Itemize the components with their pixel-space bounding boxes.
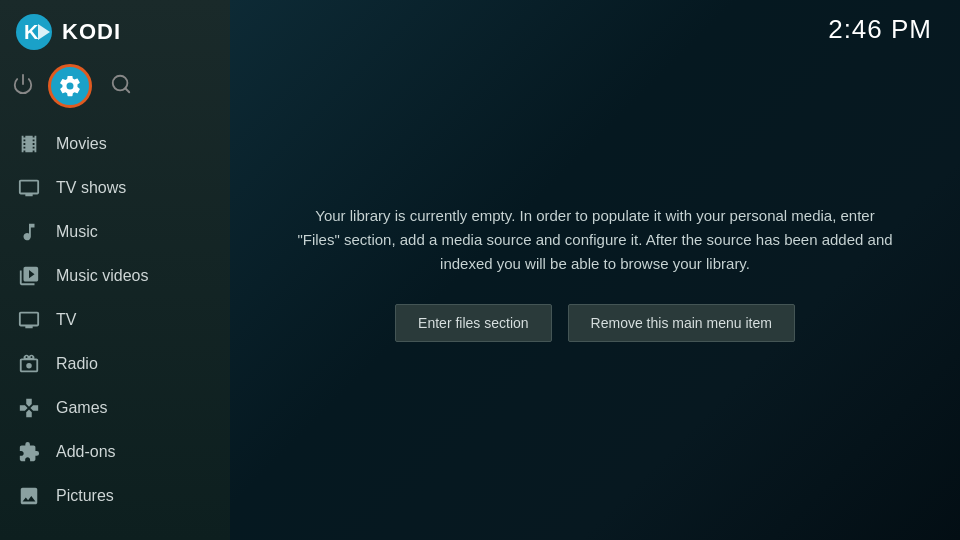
sidebar-header: K KODI	[0, 0, 230, 60]
sidebar-item-movies[interactable]: Movies	[0, 122, 230, 166]
movies-icon	[18, 133, 40, 155]
sidebar-icons-row	[0, 60, 230, 120]
pictures-icon	[18, 485, 40, 507]
sidebar-item-radio[interactable]: Radio	[0, 342, 230, 386]
sidebar-item-musicvideos-label: Music videos	[56, 267, 148, 285]
sidebar-item-musicvideos[interactable]: Music videos	[0, 254, 230, 298]
games-icon	[18, 397, 40, 419]
sidebar-nav: Movies TV shows Music Music videos TV	[0, 122, 230, 518]
sidebar: K KODI	[0, 0, 230, 540]
main-content: 2:46 PM Your library is currently empty.…	[230, 0, 960, 540]
sidebar-item-pictures-label: Pictures	[56, 487, 114, 505]
sidebar-item-addons[interactable]: Add-ons	[0, 430, 230, 474]
kodi-logo-icon: K	[16, 14, 52, 50]
power-icon[interactable]	[12, 73, 34, 100]
clock-display: 2:46 PM	[828, 14, 932, 45]
svg-line-5	[125, 88, 129, 92]
sidebar-item-games[interactable]: Games	[0, 386, 230, 430]
sidebar-item-tvshows-label: TV shows	[56, 179, 126, 197]
action-buttons: Enter files section Remove this main men…	[395, 304, 795, 342]
musicvideos-icon	[18, 265, 40, 287]
sidebar-item-tvshows[interactable]: TV shows	[0, 166, 230, 210]
sidebar-item-music-label: Music	[56, 223, 98, 241]
sidebar-item-pictures[interactable]: Pictures	[0, 474, 230, 518]
top-bar: 2:46 PM	[230, 0, 960, 45]
empty-library-message: Your library is currently empty. In orde…	[295, 204, 895, 276]
svg-text:K: K	[24, 21, 39, 43]
app-title: KODI	[62, 19, 121, 45]
sidebar-item-tv-label: TV	[56, 311, 76, 329]
remove-main-menu-item-button[interactable]: Remove this main menu item	[568, 304, 795, 342]
gear-icon	[58, 74, 82, 98]
sidebar-item-movies-label: Movies	[56, 135, 107, 153]
radio-icon	[18, 353, 40, 375]
empty-library-area: Your library is currently empty. In orde…	[230, 45, 960, 540]
sidebar-item-addons-label: Add-ons	[56, 443, 116, 461]
svg-point-6	[26, 363, 32, 369]
tv-icon	[18, 309, 40, 331]
sidebar-item-tv[interactable]: TV	[0, 298, 230, 342]
enter-files-section-button[interactable]: Enter files section	[395, 304, 552, 342]
settings-button[interactable]	[48, 64, 92, 108]
music-icon	[18, 221, 40, 243]
sidebar-item-radio-label: Radio	[56, 355, 98, 373]
sidebar-item-games-label: Games	[56, 399, 108, 417]
addons-icon	[18, 441, 40, 463]
search-icon[interactable]	[110, 73, 132, 100]
tvshows-icon	[18, 177, 40, 199]
sidebar-item-music[interactable]: Music	[0, 210, 230, 254]
